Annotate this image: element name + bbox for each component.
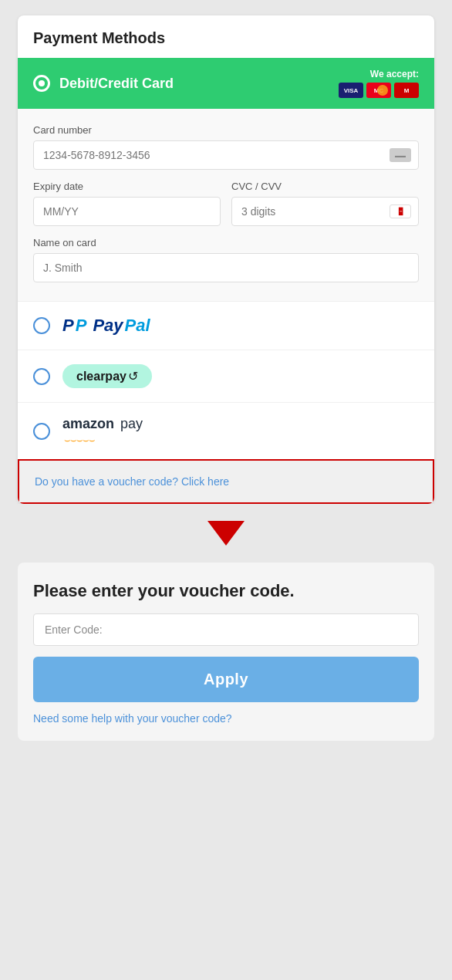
pay-text: pay — [120, 417, 143, 432]
cvc-card-icon: 🁢 — [390, 204, 411, 218]
cvc-label: CVC / CVV — [231, 181, 419, 192]
apply-button[interactable]: Apply — [33, 657, 419, 702]
card-form: Card number ▬▬ Expiry date CVC / CVV 🁢 N — [18, 109, 434, 302]
page-title: Payment Methods — [18, 15, 434, 58]
name-on-card-input[interactable] — [33, 253, 419, 282]
card-number-input-wrapper: ▬▬ — [33, 140, 419, 170]
debit-credit-card-option[interactable]: Debit/Credit Card We accept: VISA MC M — [18, 58, 434, 109]
card-chip-icon: ▬▬ — [390, 148, 411, 162]
visa-icon: VISA — [339, 83, 363, 98]
paypal-text1: Pay — [93, 316, 123, 336]
expiry-input[interactable] — [33, 197, 221, 226]
card-number-input[interactable] — [33, 140, 419, 170]
amazon-smile-icon: ⌣⌣⌣⌣⌣ — [64, 434, 95, 445]
expiry-label: Expiry date — [33, 181, 221, 192]
paypal-logo: P P PayPal — [62, 316, 150, 336]
debit-credit-label: Debit/Credit Card — [59, 76, 174, 92]
paypal-p1: P — [62, 316, 74, 336]
cvc-group: CVC / CVV 🁢 — [231, 181, 419, 226]
clearpay-radio — [33, 368, 50, 385]
paypal-option[interactable]: P P PayPal — [18, 302, 434, 350]
clearpay-text: clearpay — [76, 370, 126, 384]
name-on-card-group: Name on card — [33, 237, 419, 282]
amazon-pay-radio — [33, 423, 50, 440]
voucher-click-area[interactable]: Do you have a voucher code? Click here — [18, 459, 434, 504]
paypal-radio — [33, 317, 50, 334]
arrow-container — [18, 504, 434, 563]
name-on-card-label: Name on card — [33, 237, 419, 248]
amazon-smile-wrapper: ⌣⌣⌣⌣⌣ — [64, 432, 143, 446]
card-number-label: Card number — [33, 124, 419, 136]
voucher-input-wrapper[interactable]: Enter Code: — [33, 613, 419, 646]
clearpay-logo: clearpay ↺ — [62, 364, 152, 388]
expiry-cvc-row: Expiry date CVC / CVV 🁢 — [33, 181, 419, 226]
selected-option-left: Debit/Credit Card — [33, 75, 174, 92]
voucher-input-label: Enter Code: — [45, 623, 103, 636]
mastercard-icon: MC — [366, 83, 391, 98]
voucher-title: Please enter your voucher code. — [33, 581, 419, 601]
paypal-text2: Pal — [125, 316, 150, 336]
we-accept-text: We accept: — [370, 69, 419, 79]
payment-methods-card: Payment Methods Debit/Credit Card We acc… — [18, 15, 434, 504]
amazon-text-row: amazon pay — [62, 417, 143, 432]
voucher-click-text: Do you have a voucher code? Click here — [35, 475, 229, 488]
amazon-pay-option[interactable]: amazon pay ⌣⌣⌣⌣⌣ — [18, 403, 434, 459]
expiry-group: Expiry date — [33, 181, 221, 226]
voucher-section: Please enter your voucher code. Enter Co… — [18, 563, 434, 741]
down-arrow-icon — [207, 521, 245, 546]
amazon-pay-logo: amazon pay ⌣⌣⌣⌣⌣ — [62, 417, 143, 445]
voucher-code-input[interactable] — [109, 623, 407, 636]
maestro-icon: M — [394, 83, 419, 98]
clearpay-option[interactable]: clearpay ↺ — [18, 350, 434, 403]
accepted-cards: VISA MC M — [339, 83, 419, 98]
amazon-text: amazon — [62, 417, 114, 432]
clearpay-arrow-icon: ↺ — [128, 369, 138, 384]
radio-inner — [39, 80, 45, 86]
we-accept-block: We accept: VISA MC M — [339, 69, 419, 98]
card-number-group: Card number ▬▬ — [33, 124, 419, 170]
paypal-p2: P — [76, 316, 87, 336]
cvc-input-wrapper: 🁢 — [231, 197, 419, 226]
radio-selected-icon — [33, 75, 50, 92]
voucher-help-link[interactable]: Need some help with your voucher code? — [33, 712, 232, 725]
